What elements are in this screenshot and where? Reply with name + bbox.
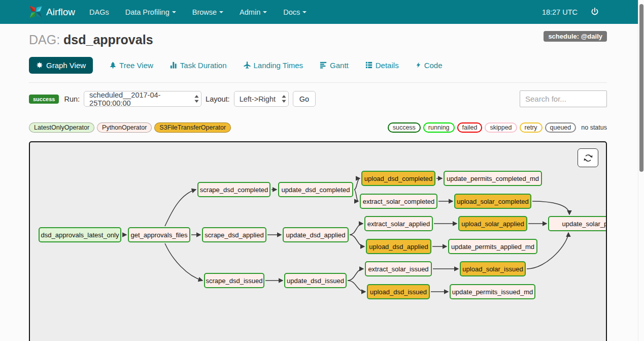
nav-item-dags[interactable]: DAGs (81, 8, 117, 16)
go-button[interactable]: Go (293, 91, 316, 107)
operator-legend-s3filetransferoperator: S3FileTransferOperator (154, 122, 231, 133)
nav-item-label: Data Profiling (125, 8, 170, 16)
status-legend-failed: failed (457, 122, 483, 133)
tab-graph-view[interactable]: Graph View (29, 57, 93, 74)
nav-item-label: Browse (192, 8, 217, 16)
tab-tree-view[interactable]: Tree View (110, 61, 153, 70)
tab-landing-times[interactable]: Landing Times (244, 61, 303, 70)
graph-node-upload_dsd_applied[interactable]: upload_dsd_applied (366, 239, 431, 254)
graph-node-update_permits_applied_md[interactable]: update_permits_applied_md (448, 239, 537, 254)
run-select-value: scheduled__2017-04-25T00:00:00 (89, 91, 191, 107)
nav-item-label: Admin (240, 8, 260, 16)
graph-node-upload_dsd_issued[interactable]: upload_dsd_issued (367, 284, 430, 299)
nav-item-label: DAGs (89, 8, 109, 16)
graph-edge-get_approvals_files-to-scrape_dsd_completed (165, 190, 196, 226)
nav-item-label: Docs (283, 8, 300, 16)
navbar-menu: DAGsData ProfilingBrowseAdminDocs (81, 8, 315, 16)
tab-details[interactable]: Details (365, 61, 399, 70)
tab-label: Task Duration (180, 61, 227, 70)
graph-edge-update_dsd_completed-to-extract_solar_completed (354, 190, 358, 201)
graph-node-upload_solar_completed[interactable]: upload_solar_completed (454, 194, 531, 209)
graph-edge-update_dsd_issued-to-upload_dsd_issued (348, 281, 365, 292)
nav-item-data-profiling[interactable]: Data Profiling (117, 8, 184, 16)
chevron-down-icon (302, 11, 307, 13)
search-input[interactable] (520, 90, 607, 107)
page-title: DAG: dsd_approvals (29, 33, 153, 47)
nav-item-docs[interactable]: Docs (275, 8, 315, 16)
graph-node-upload_dsd_completed[interactable]: upload_dsd_completed (361, 171, 435, 186)
controls-row: success Run: scheduled__2017-04-25T00:00… (29, 90, 316, 107)
tab-task-duration[interactable]: Task Duration (170, 61, 227, 70)
graph-node-scrape_dsd_applied[interactable]: scrape_dsd_applied (202, 227, 266, 242)
legend-row: LatestOnlyOperatorPythonOperatorS3FileTr… (29, 122, 607, 133)
divider (29, 82, 607, 83)
status-legend-success: success (388, 122, 421, 133)
graph-node-dsd_approvals_latest_only[interactable]: dsd_approvals_latest_only (39, 227, 121, 242)
power-icon[interactable] (591, 8, 599, 16)
brand-label: Airflow (46, 7, 75, 18)
tab-gantt[interactable]: Gantt (320, 61, 349, 70)
layout-select-value: Left->Right (240, 95, 276, 103)
select-stepper-icon (194, 95, 199, 103)
bolt-icon (416, 61, 421, 69)
nav-item-admin[interactable]: Admin (231, 8, 275, 16)
refresh-icon (584, 153, 593, 163)
tab-label: Code (424, 61, 443, 70)
graph-node-extract_solar_issued[interactable]: extract_solar_issued (365, 261, 432, 276)
status-legend-skipped: skipped (485, 122, 517, 133)
tab-label: Graph View (46, 61, 86, 70)
gantt-bars-icon (320, 61, 327, 69)
dag-graph-canvas: dsd_approvals_latest_onlyget_approvals_f… (29, 141, 607, 341)
graph-node-extract_solar_applied[interactable]: extract_solar_applied (364, 216, 433, 231)
tab-label: Details (376, 61, 399, 70)
graph-burst-icon (36, 61, 43, 69)
graph-node-update_dsd_issued[interactable]: update_dsd_issued (284, 273, 347, 288)
navbar: Airflow DAGsData ProfilingBrowseAdminDoc… (0, 0, 638, 24)
chevron-down-icon (263, 11, 267, 13)
plane-icon (244, 61, 251, 69)
view-tabs: Graph ViewTree ViewTask DurationLanding … (29, 56, 443, 74)
graph-node-update_permits_issued_md[interactable]: update_permits_issued_md (450, 284, 535, 299)
operator-legend: LatestOnlyOperatorPythonOperatorS3FileTr… (29, 122, 231, 133)
nav-item-browse[interactable]: Browse (184, 8, 231, 16)
tree-icon (110, 61, 116, 69)
tab-label: Landing Times (254, 61, 303, 70)
graph-edge-update_dsd_issued-to-extract_solar_issued (348, 269, 363, 281)
refresh-button[interactable] (578, 148, 598, 167)
graph-edge-upload_solar_completed-to-update_solar_permi (532, 201, 569, 214)
scrollbar-thumb[interactable] (639, 4, 643, 172)
tab-code[interactable]: Code (416, 61, 443, 70)
graph-node-get_approvals_files[interactable]: get_approvals_files (128, 227, 190, 242)
navbar-right: 18:27 UTC (542, 8, 599, 16)
graph-node-scrape_dsd_completed[interactable]: scrape_dsd_completed (197, 182, 270, 197)
graph-node-extract_solar_completed[interactable]: extract_solar_completed (360, 194, 437, 209)
graph-node-upload_solar_issued[interactable]: upload_solar_issued (460, 261, 526, 276)
select-stepper-icon (282, 95, 286, 103)
utc-clock: 18:27 UTC (542, 8, 578, 16)
layout-label: Layout: (206, 95, 230, 103)
status-legend-retry: retry (520, 122, 543, 133)
chevron-down-icon (219, 11, 223, 13)
graph-node-upload_solar_applied[interactable]: upload_solar_applied (458, 216, 527, 231)
airflow-brand[interactable]: Airflow (29, 5, 75, 19)
graph-edge-get_approvals_files-to-scrape_dsd_issued (165, 243, 202, 281)
graph-node-update_dsd_completed[interactable]: update_dsd_completed (278, 182, 353, 197)
dag-name: dsd_approvals (63, 33, 153, 47)
run-select[interactable]: scheduled__2017-04-25T00:00:00 (84, 91, 201, 107)
schedule-badge: schedule: @daily (544, 31, 607, 42)
tab-label: Gantt (330, 61, 349, 70)
graph-edge-update_dsd_applied-to-extract_solar_applied (350, 224, 363, 235)
run-status-badge: success (29, 95, 59, 104)
dag-prefix-label: DAG: (29, 33, 60, 47)
graph-edge-update_dsd_applied-to-upload_dsd_applied (350, 235, 364, 246)
graph-node-scrape_dsd_issued[interactable]: scrape_dsd_issued (204, 273, 264, 288)
airflow-logo-icon (29, 5, 43, 19)
bar-chart-icon (170, 61, 177, 69)
graph-node-update_solar_permi[interactable]: update_solar_permi (548, 216, 607, 231)
status-legend-no-status: no status (581, 124, 607, 131)
layout-select[interactable]: Left->Right (234, 91, 289, 107)
status-legend: successrunningfailedskippedretryqueuedno… (388, 122, 607, 133)
graph-node-update_permits_completed_md[interactable]: update_permits_completed_md (444, 171, 542, 186)
graph-node-update_dsd_applied[interactable]: update_dsd_applied (283, 227, 349, 242)
run-label: Run: (64, 95, 80, 103)
